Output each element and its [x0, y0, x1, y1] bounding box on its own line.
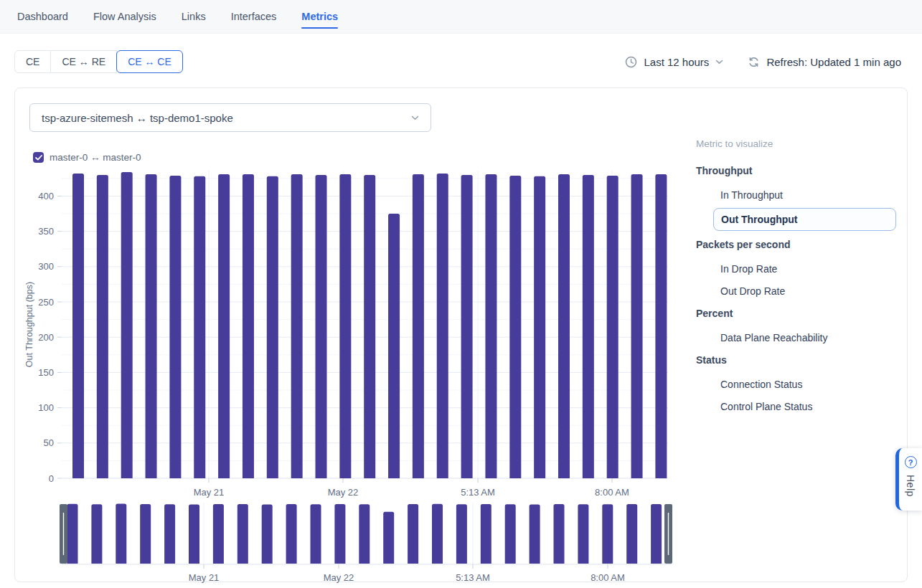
- metric-item-in-throughput[interactable]: In Throughput: [696, 189, 911, 201]
- nav-bar: [578, 504, 588, 564]
- y-tick-label: 400: [38, 191, 54, 201]
- chart-bar[interactable]: [631, 174, 643, 478]
- nav-bar: [554, 504, 565, 564]
- x-tick-label: 8:00 AM: [595, 487, 629, 498]
- metric-panel-title: Metric to visualize: [696, 138, 911, 149]
- nav-bar: [286, 504, 297, 564]
- chart-bar[interactable]: [534, 176, 545, 478]
- y-tick-label: 250: [38, 297, 54, 308]
- metric-item-data-plane-reachability[interactable]: Data Plane Reachability: [696, 332, 911, 343]
- nav-item-interfaces[interactable]: Interfaces: [231, 11, 277, 22]
- peer-select[interactable]: tsp-azure-sitemesh ↔ tsp-demo1-spoke: [29, 103, 431, 132]
- refresh-icon: [748, 56, 760, 68]
- nav-bar: [626, 504, 637, 564]
- chart-bar[interactable]: [316, 175, 327, 478]
- nav-bar: [456, 504, 467, 564]
- toolbar: CE CE ↔ RE CE ↔ CE Last 12 hours Refr: [0, 34, 922, 73]
- chart-bar[interactable]: [485, 174, 497, 478]
- segment-ce-ce[interactable]: CE ↔ CE: [116, 50, 183, 73]
- chart-bar[interactable]: [339, 174, 351, 478]
- metric-group-status: Status: [696, 354, 911, 366]
- nav-bar: [140, 504, 151, 564]
- nav-item-links[interactable]: Links: [182, 11, 206, 22]
- x-tick-label: May 22: [328, 487, 359, 498]
- chart-bar[interactable]: [72, 174, 84, 478]
- chart-bar[interactable]: [194, 176, 205, 478]
- chart-bar[interactable]: [97, 175, 108, 478]
- chart-bar[interactable]: [364, 175, 375, 478]
- segment-ce-re[interactable]: CE ↔ RE: [50, 50, 117, 73]
- refresh-button[interactable]: Refresh: Updated 1 min ago: [748, 56, 901, 68]
- nav-bar: [311, 504, 321, 564]
- chart-area: 050100150200250300350400May 21May 225:13…: [15, 160, 693, 584]
- nav-bar: [213, 504, 224, 564]
- nav-bar: [91, 504, 102, 564]
- metric-group-percent: Percent: [696, 308, 911, 319]
- chart-bar[interactable]: [607, 176, 618, 478]
- metric-item-control-plane-status[interactable]: Control Plane Status: [696, 401, 911, 412]
- nav-bar: [530, 505, 540, 564]
- nav-bar: [481, 504, 491, 564]
- metric-item-out-drop-rate[interactable]: Out Drop Rate: [696, 285, 911, 297]
- chart-bar[interactable]: [267, 176, 278, 478]
- metrics-chart-svg: 050100150200250300350400May 21May 225:13…: [15, 160, 693, 584]
- metric-item-in-drop-rate[interactable]: In Drop Rate: [696, 263, 911, 275]
- y-tick-label: 0: [49, 473, 54, 484]
- chart-bar[interactable]: [121, 172, 133, 478]
- nav-item-dashboard[interactable]: Dashboard: [17, 11, 68, 22]
- chart-bar[interactable]: [146, 174, 157, 478]
- nav-item-metrics[interactable]: Metrics: [301, 11, 338, 22]
- y-tick-label: 100: [38, 402, 54, 413]
- metric-group-pps: Packets per second: [696, 239, 911, 250]
- nav-bar: [67, 504, 78, 564]
- chart-bar[interactable]: [413, 174, 424, 478]
- chart-bar[interactable]: [509, 176, 521, 478]
- time-range-label: Last 12 hours: [644, 56, 709, 68]
- chart-bar[interactable]: [218, 174, 230, 478]
- y-tick-label: 350: [38, 226, 54, 237]
- metric-item-connection-status[interactable]: Connection Status: [696, 379, 911, 390]
- peer-select-value: tsp-azure-sitemesh ↔ tsp-demo1-spoke: [42, 112, 233, 124]
- nav-bar: [237, 504, 248, 564]
- nav-item-flow-analysis[interactable]: Flow Analysis: [93, 11, 156, 22]
- select-chevron-icon: [411, 115, 419, 120]
- nav-bar: [189, 505, 199, 564]
- chart-bar[interactable]: [243, 174, 254, 478]
- y-tick-label: 300: [38, 261, 54, 272]
- chart-bar[interactable]: [583, 175, 594, 478]
- nav-tick-label: 8:00 AM: [591, 572, 625, 583]
- chart-bar[interactable]: [655, 174, 667, 478]
- nav-bar: [334, 504, 345, 564]
- nav-bar: [359, 504, 370, 564]
- nav-tick-label: May 22: [324, 572, 354, 583]
- y-tick-label: 150: [38, 367, 54, 378]
- metrics-card: tsp-azure-sitemesh ↔ tsp-demo1-spoke mas…: [14, 87, 908, 582]
- time-range-button[interactable]: Last 12 hours: [625, 56, 723, 68]
- chart-bar[interactable]: [461, 175, 473, 478]
- peer-type-segmented-control: CE CE ↔ RE CE ↔ CE: [14, 50, 183, 73]
- nav-bar: [602, 504, 613, 564]
- refresh-status: Refresh: Updated 1 min ago: [766, 56, 901, 68]
- nav-bar: [116, 503, 126, 564]
- y-axis-title: Out Throughput (bps): [24, 282, 34, 367]
- nav-tick-label: May 21: [189, 572, 220, 583]
- chart-bar[interactable]: [558, 174, 570, 478]
- help-button[interactable]: ? Help: [895, 448, 922, 511]
- clock-icon: [625, 56, 637, 68]
- nav-bar: [651, 504, 662, 564]
- top-nav: Dashboard Flow Analysis Links Interfaces…: [0, 0, 922, 34]
- metric-panel: Metric to visualize Throughput In Throug…: [696, 138, 911, 423]
- chart-bar[interactable]: [437, 174, 448, 478]
- nav-bar: [432, 504, 443, 564]
- question-mark-icon: ?: [905, 456, 917, 468]
- nav-bar: [262, 505, 273, 564]
- y-tick-label: 200: [38, 332, 54, 343]
- help-label: Help: [905, 475, 916, 497]
- segment-ce[interactable]: CE: [14, 50, 51, 73]
- metric-item-out-throughput[interactable]: Out Throughput: [713, 208, 896, 231]
- x-tick-label: May 21: [194, 487, 225, 498]
- nav-bar: [408, 504, 418, 564]
- chart-bar[interactable]: [388, 214, 400, 478]
- chart-bar[interactable]: [291, 174, 303, 478]
- chart-bar[interactable]: [169, 176, 181, 478]
